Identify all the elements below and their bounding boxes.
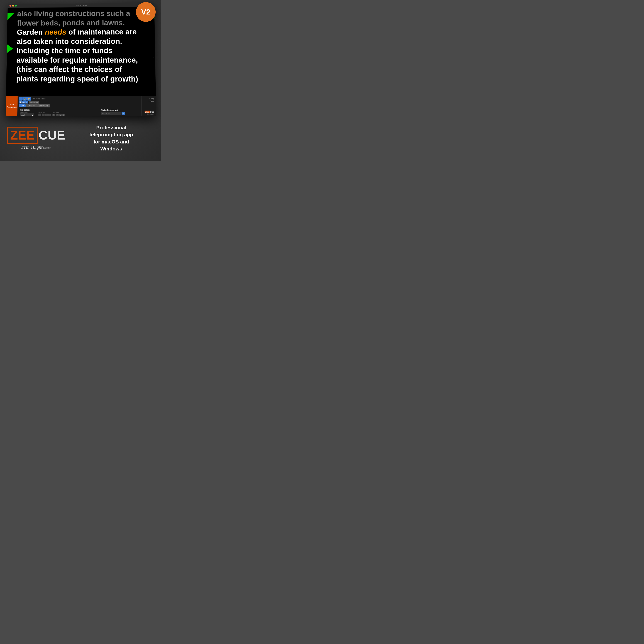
- cursor-indicator: [153, 49, 153, 58]
- text-line-8: plants regarding speed of growth): [16, 74, 152, 84]
- tabs-row: Edit Advanced Bookmarks: [19, 104, 140, 108]
- text-line-3-pre: Garden: [17, 28, 45, 36]
- file-actions-row: + 💾 📂 New Save Open: [19, 97, 140, 101]
- align-center-button[interactable]: ≡: [42, 114, 45, 116]
- text-line-7: (this can affect the choices of: [16, 65, 152, 74]
- text-line-3-post: of maintenance are: [66, 28, 137, 36]
- options-area: Text options Choose font Arial Font size: [19, 108, 140, 116]
- zeecue-logo-small: ZEE CUE: [145, 111, 154, 113]
- text-line-2: flower beds, ponds and lawns.: [17, 18, 151, 28]
- new-icon-button[interactable]: +: [19, 97, 23, 101]
- save-as-button[interactable]: 💾 Save As: [19, 101, 28, 103]
- bottom-section: ZEE CUE PrimeLight Design Professional t…: [0, 115, 161, 161]
- right-panel: ? Help ℹ About ZEE CUE PrimeLight: [141, 96, 156, 116]
- teleprompter-area: also living constructions such a flower …: [6, 7, 156, 96]
- close-dot[interactable]: [9, 5, 11, 7]
- choose-font-label: Choose font: [20, 111, 37, 113]
- tab-advanced[interactable]: Advanced: [26, 104, 37, 107]
- zee-large-text: ZEE: [10, 129, 35, 142]
- save-icon-button[interactable]: 💾: [23, 97, 27, 101]
- start-prompting-label: StartPrompting: [7, 104, 17, 108]
- v2-badge: V2: [136, 2, 156, 22]
- zeecue-logo-large: ZEE CUE PrimeLight Design: [7, 127, 65, 150]
- v2-text: V2: [141, 8, 150, 16]
- window-title: Garden Script: [11, 4, 152, 7]
- align-right-button[interactable]: ≡: [45, 114, 48, 116]
- save-icon: 💾: [20, 101, 22, 103]
- zeecue-wordmark: ZEE CUE: [7, 127, 65, 144]
- teleprompter-text: also living constructions such a flower …: [10, 9, 152, 84]
- tagline-line-4: Windows: [89, 145, 133, 152]
- text-highlight-needs: needs: [45, 28, 66, 36]
- font-col: Choose font Arial Font size: [20, 111, 37, 116]
- export-text-button[interactable]: 🖨 Export text: [29, 101, 39, 103]
- align-left-button[interactable]: ≡: [38, 114, 41, 116]
- font-style-label: Font Style: [53, 112, 67, 113]
- find-replace-title: Find & Replace text: [101, 109, 139, 111]
- align-row-1: ≡ ≡ ≡ ≡: [38, 114, 51, 116]
- save-label: Save: [36, 98, 40, 100]
- strikethrough-button[interactable]: S: [62, 114, 65, 116]
- help-label: Help: [151, 98, 154, 100]
- save-as-label: Save As: [22, 101, 27, 103]
- tagline-line-1: Professional: [89, 124, 133, 131]
- align-justify-button[interactable]: ≡: [48, 114, 51, 116]
- cue-large-text: CUE: [39, 129, 65, 142]
- tagline-line-3: for macOS and: [89, 138, 133, 145]
- open-icon-button[interactable]: 📂: [27, 97, 31, 101]
- text-options-panel: Text options Choose font Arial Font size: [19, 108, 99, 116]
- tagline-text: Professional teleprompting app for macOS…: [89, 124, 133, 152]
- find-replace-panel: Find & Replace text 🔍 Replace one Replac…: [100, 108, 140, 116]
- save-export-row: 💾 Save As 🖨 Export text: [19, 101, 140, 104]
- text-line-4: also taken into consideration.: [17, 36, 151, 46]
- alignment-label: Alignment: [38, 112, 51, 113]
- help-link[interactable]: ? Help: [149, 98, 154, 100]
- zee-small-text: ZEE: [145, 111, 150, 113]
- new-label: New: [32, 98, 35, 100]
- design-label: Design: [43, 146, 51, 149]
- text-line-5: Including the time or funds: [16, 46, 152, 55]
- primelight-large-text: PrimeLight: [21, 145, 42, 150]
- file-icon-buttons: + 💾 📂: [19, 97, 31, 101]
- zee-large-box: ZEE: [7, 127, 38, 144]
- about-link[interactable]: ℹ About: [149, 100, 154, 102]
- tab-bookmarks[interactable]: Bookmarks: [37, 104, 50, 108]
- position-arrow: [7, 44, 13, 53]
- about-label: About: [150, 100, 154, 102]
- about-icon: ℹ: [149, 100, 149, 102]
- cue-small-text: CUE: [150, 111, 154, 113]
- tagline-line-2: teleprompting app: [89, 131, 133, 138]
- app-window: Garden Script also living constructions …: [6, 3, 156, 116]
- text-options-title: Text options: [20, 109, 98, 111]
- font-style-buttons: B I U S x² x₂: [53, 114, 67, 116]
- help-about-links: ? Help ℹ About: [149, 98, 154, 102]
- text-line-1: also living constructions such a: [17, 9, 151, 19]
- search-row: 🔍: [101, 112, 139, 115]
- primelight-small-text: PrimeLight: [145, 113, 154, 115]
- open-label: Open: [42, 98, 45, 100]
- control-panel: StartPrompting + 💾 📂 New Save Open: [6, 96, 156, 116]
- bold-button[interactable]: B: [53, 114, 55, 116]
- italic-button[interactable]: I: [56, 114, 59, 116]
- control-center: + 💾 📂 New Save Open 💾 Save As 🖨 Export t: [17, 96, 142, 116]
- text-line-3: Garden needs of maintenance are: [17, 27, 151, 37]
- search-input[interactable]: [101, 112, 121, 115]
- search-button[interactable]: 🔍: [122, 112, 125, 115]
- tab-edit[interactable]: Edit: [19, 104, 26, 107]
- font-options-row: Choose font Arial Font size: [20, 111, 98, 116]
- alignment-col: Alignment ≡ ≡ ≡ ≡ « »: [38, 112, 51, 116]
- zeecue-logo-small-container: ZEE CUE PrimeLight: [145, 111, 154, 115]
- help-icon: ?: [149, 98, 150, 100]
- underline-button[interactable]: U: [59, 114, 62, 116]
- font-style-col: Font Style B I U S x² x₂: [53, 112, 67, 116]
- export-label: 🖨 Export text: [30, 101, 38, 103]
- corner-triangle-tl: [7, 13, 14, 20]
- primelight-row: PrimeLight Design: [21, 144, 51, 150]
- start-prompting-button[interactable]: StartPrompting: [6, 96, 18, 116]
- tagline-section: Professional teleprompting app for macOS…: [69, 124, 154, 152]
- text-line-6: available for regular maintenance,: [16, 55, 152, 65]
